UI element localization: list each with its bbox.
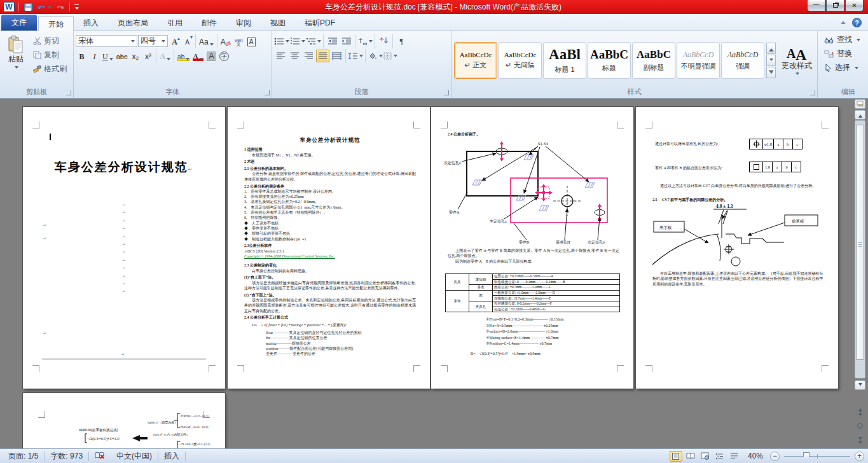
ruler-toggle-button[interactable] bbox=[855, 99, 865, 109]
ribbon-tab[interactable]: 页面布局 bbox=[108, 15, 158, 31]
borders-button[interactable] bbox=[383, 50, 397, 62]
ribbon-tab[interactable]: 文件 bbox=[1, 15, 37, 31]
decrease-indent-button[interactable] bbox=[326, 35, 339, 48]
align-right-button[interactable] bbox=[302, 50, 315, 62]
font-color-button[interactable]: A bbox=[191, 50, 205, 62]
document-page-3[interactable]: 2.4 公差分析例子。 S1-S4 次定位孔a bbox=[431, 107, 633, 389]
minimize-button[interactable]: — bbox=[807, 0, 825, 11]
ribbon-tab[interactable]: 福昕PDF bbox=[295, 15, 345, 31]
dialog-launcher-icon[interactable] bbox=[66, 90, 71, 95]
character-border-button[interactable]: A bbox=[245, 35, 258, 47]
outline-view-button[interactable] bbox=[713, 451, 726, 462]
web-layout-view-button[interactable] bbox=[699, 451, 712, 462]
next-page-button[interactable] bbox=[855, 436, 865, 446]
enclose-characters-button[interactable]: 字 bbox=[218, 50, 230, 62]
insert-mode-indicator[interactable]: 插入 bbox=[158, 452, 185, 461]
gallery-scroll-down[interactable] bbox=[766, 55, 776, 66]
style-card[interactable]: AaBbCcD 强调 bbox=[721, 42, 764, 79]
justify-button[interactable] bbox=[316, 50, 329, 62]
save-button[interactable] bbox=[23, 1, 34, 13]
style-card[interactable]: AaBbC 副标题 bbox=[632, 42, 675, 79]
document-page-5[interactable]: 9498100(前罩板焊接总成) √Σ(0.3²+0.5²)+1²+1.4² 9… bbox=[23, 393, 225, 448]
undo-button[interactable] bbox=[36, 1, 52, 13]
zoom-slider-thumb[interactable] bbox=[803, 452, 809, 460]
shrink-font-button[interactable]: A bbox=[181, 35, 193, 47]
ribbon-tab[interactable]: 视图 bbox=[261, 15, 295, 31]
dialog-launcher-icon[interactable] bbox=[265, 90, 270, 95]
distribute-button[interactable] bbox=[330, 50, 343, 62]
scrollbar-thumb[interactable] bbox=[856, 125, 864, 360]
ribbon-tab[interactable]: 审阅 bbox=[226, 15, 261, 31]
close-button[interactable]: ✕ bbox=[845, 0, 864, 11]
grow-font-button[interactable]: A bbox=[169, 35, 181, 47]
align-left-button[interactable] bbox=[274, 50, 287, 62]
page-indicator[interactable]: 页面: 1/5 bbox=[3, 452, 44, 461]
paste-button[interactable]: 粘贴 bbox=[2, 34, 30, 87]
change-case-button[interactable]: Aa bbox=[198, 35, 215, 47]
phonetic-guide-button[interactable]: wén文 bbox=[233, 35, 245, 47]
scrollbar-track[interactable] bbox=[855, 120, 865, 378]
style-card[interactable]: AaBl 标题 1 bbox=[543, 42, 586, 79]
draft-view-button[interactable] bbox=[728, 451, 741, 462]
clear-formatting-button[interactable]: A bbox=[219, 35, 232, 47]
change-styles-button[interactable]: A A 更改样式 bbox=[778, 45, 815, 76]
document-page-4[interactable]: 通过计算可以得出基准孔 H 的公差为: φ1.8abc 零件 A 和零件 B 的… bbox=[636, 107, 838, 389]
restore-button[interactable] bbox=[826, 0, 844, 11]
fullscreen-reading-view-button[interactable] bbox=[684, 451, 697, 462]
align-center-button[interactable] bbox=[288, 50, 301, 62]
style-card[interactable]: AaBbC 标题 bbox=[588, 42, 631, 79]
subscript-button[interactable]: x₂ bbox=[129, 50, 141, 62]
document-page-2[interactable]: 车身公差分析设计规范1 适用范围 本规范适用于 M1 、N1、N2 类车辆。2 … bbox=[228, 107, 430, 389]
zoom-out-button[interactable]: − bbox=[770, 452, 780, 461]
dialog-launcher-icon[interactable] bbox=[810, 90, 815, 95]
dialog-launcher-icon[interactable] bbox=[444, 90, 449, 95]
style-card[interactable]: AaBbCcD 不明显强调 bbox=[677, 42, 720, 79]
zoom-slider[interactable] bbox=[784, 452, 850, 460]
scroll-down-button[interactable] bbox=[855, 380, 865, 390]
gallery-more-button[interactable] bbox=[766, 67, 776, 78]
multilevel-list-button[interactable] bbox=[306, 35, 321, 48]
ribbon-tab[interactable]: 插入 bbox=[74, 15, 108, 31]
format-painter-button[interactable]: 格式刷 bbox=[33, 64, 67, 74]
find-button[interactable]: 查找 bbox=[824, 34, 868, 46]
text-effects-button[interactable]: A bbox=[158, 50, 172, 62]
proofing-status[interactable] bbox=[89, 452, 111, 461]
underline-button[interactable]: U bbox=[101, 50, 114, 62]
minimize-ribbon-icon[interactable] bbox=[841, 18, 846, 24]
font-size-combo[interactable]: 四号 bbox=[138, 35, 168, 47]
ribbon-tab[interactable]: 开始 bbox=[38, 16, 74, 31]
style-card[interactable]: AaBbCcDc ↵ 无间隔 bbox=[499, 42, 542, 79]
numbering-button[interactable] bbox=[290, 35, 305, 48]
style-card[interactable]: AaBbCcDc ↵ 正文 bbox=[454, 42, 497, 79]
gallery-scroll-up[interactable] bbox=[766, 43, 776, 54]
replace-button[interactable]: 替换 bbox=[824, 48, 868, 60]
bullets-button[interactable] bbox=[274, 35, 289, 48]
shading-button[interactable] bbox=[368, 50, 383, 62]
cut-button[interactable]: 剪切 bbox=[33, 36, 67, 46]
previous-page-button[interactable] bbox=[855, 406, 865, 415]
bold-button[interactable]: B bbox=[76, 50, 88, 62]
zoom-in-button[interactable]: + bbox=[855, 452, 864, 461]
strikethrough-button[interactable]: abc bbox=[115, 50, 129, 62]
word-logo-icon[interactable]: W bbox=[3, 2, 15, 12]
word-count[interactable]: 字数: 973 bbox=[45, 452, 88, 461]
highlight-button[interactable]: ab bbox=[176, 50, 191, 62]
ribbon-tab[interactable]: 邮件 bbox=[192, 15, 226, 31]
document-page-1[interactable]: 车身公差分析设计规范↵ ↵ ↵ ↵ ↵ ↵ ↵ ↵ ↵ ↵ ↵ ↵ ↵ ↵ ↵ … bbox=[23, 107, 225, 389]
character-shading-button[interactable]: A bbox=[205, 50, 217, 62]
copy-button[interactable]: 复制 bbox=[33, 50, 67, 60]
select-button[interactable]: 选择 bbox=[824, 62, 868, 74]
sort-button[interactable] bbox=[377, 35, 390, 48]
increase-indent-button[interactable] bbox=[340, 35, 353, 48]
superscript-button[interactable]: x² bbox=[142, 50, 154, 62]
line-spacing-button[interactable] bbox=[348, 50, 363, 62]
help-icon[interactable]: ? bbox=[852, 18, 862, 27]
asian-layout-button[interactable] bbox=[357, 35, 373, 48]
zoom-level[interactable]: 40% bbox=[743, 452, 768, 460]
font-name-combo[interactable]: 宋体 bbox=[76, 35, 137, 47]
scroll-up-button[interactable] bbox=[855, 110, 865, 120]
select-browse-object-button[interactable] bbox=[855, 421, 865, 431]
print-layout-view-button[interactable] bbox=[670, 451, 682, 462]
qat-customize-button[interactable] bbox=[74, 1, 79, 13]
italic-button[interactable]: I bbox=[88, 50, 100, 62]
